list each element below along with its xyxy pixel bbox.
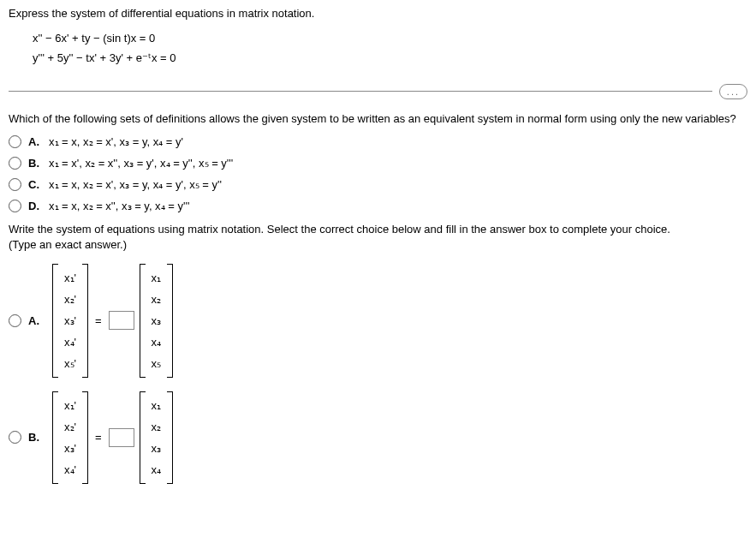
matrix-cell: x₄ bbox=[148, 331, 165, 353]
choice-a-row[interactable]: A. x₁ = x, x₂ = x', x₃ = y, x₄ = y' bbox=[9, 135, 747, 148]
divider-row: ... bbox=[9, 84, 747, 99]
question-title: Express the system of differential equat… bbox=[9, 7, 747, 20]
matrix-cell: x₂ bbox=[148, 289, 165, 310]
matrix-cell: x₃' bbox=[61, 438, 80, 459]
matrix-a-left: x₁' x₂' x₃' x₄' x₅' bbox=[52, 264, 88, 378]
matrix-cell: x₃ bbox=[148, 310, 165, 331]
radio-a[interactable] bbox=[9, 135, 21, 148]
radio-d[interactable] bbox=[9, 200, 21, 212]
matrix-a-label: A. bbox=[28, 314, 44, 327]
matrix-cell: x₂ bbox=[148, 416, 165, 438]
radio-b[interactable] bbox=[9, 157, 21, 170]
matrix-choice-b[interactable]: B. x₁' x₂' x₃' x₄' = x₁ x₂ x₃ x₄ bbox=[9, 391, 747, 484]
radio-c[interactable] bbox=[9, 178, 21, 191]
matrix-cell: x₁ bbox=[148, 267, 165, 289]
equation-2: y''' + 5y'' − tx' + 3y' + e⁻ᵗx = 0 bbox=[33, 48, 747, 68]
radio-matrix-a[interactable] bbox=[9, 314, 21, 327]
equation-1: x'' − 6x' + ty − (sin t)x = 0 bbox=[33, 28, 747, 48]
matrix-cell: x₃' bbox=[61, 310, 80, 331]
choice-d-label: D. bbox=[28, 200, 44, 212]
choice-a-content: x₁ = x, x₂ = x', x₃ = y, x₄ = y' bbox=[49, 135, 183, 148]
radio-matrix-b[interactable] bbox=[9, 431, 21, 444]
system-equations: x'' − 6x' + ty − (sin t)x = 0 y''' + 5y'… bbox=[33, 28, 747, 69]
choice-b-row[interactable]: B. x₁ = x', x₂ = x'', x₃ = y', x₄ = y'',… bbox=[9, 157, 747, 170]
question-2-text: Write the system of equations using matr… bbox=[9, 223, 747, 236]
choice-c-label: C. bbox=[28, 178, 44, 191]
matrix-cell: x₄' bbox=[61, 331, 80, 353]
matrix-choice-a[interactable]: A. x₁' x₂' x₃' x₄' x₅' = x₁ x₂ x₃ x₄ x₅ bbox=[9, 264, 747, 378]
choice-a-label: A. bbox=[28, 135, 44, 148]
choice-d-content: x₁ = x, x₂ = x'', x₃ = y, x₄ = y''' bbox=[49, 200, 189, 212]
equals-sign: = bbox=[95, 431, 102, 444]
matrix-b-input[interactable] bbox=[109, 428, 134, 447]
matrix-b-label: B. bbox=[28, 431, 44, 444]
matrix-cell: x₄' bbox=[61, 459, 80, 480]
matrix-b-left: x₁' x₂' x₃' x₄' bbox=[52, 391, 88, 484]
choice-c-row[interactable]: C. x₁ = x, x₂ = x', x₃ = y, x₄ = y', x₅ … bbox=[9, 178, 747, 191]
choice-c-content: x₁ = x, x₂ = x', x₃ = y, x₄ = y', x₅ = y… bbox=[49, 178, 222, 191]
matrix-a-right: x₁ x₂ x₃ x₄ x₅ bbox=[140, 264, 174, 378]
ellipsis-button[interactable]: ... bbox=[719, 84, 747, 99]
matrix-cell: x₁' bbox=[61, 395, 80, 416]
type-note: (Type an exact answer.) bbox=[9, 238, 747, 251]
choice-b-label: B. bbox=[28, 157, 44, 170]
matrix-cell: x₂' bbox=[61, 289, 80, 310]
matrix-cell: x₁ bbox=[148, 395, 165, 416]
choice-b-content: x₁ = x', x₂ = x'', x₃ = y', x₄ = y'', x₅… bbox=[49, 157, 233, 170]
question-1-text: Which of the following sets of definitio… bbox=[9, 112, 747, 125]
matrix-a-input[interactable] bbox=[109, 311, 134, 330]
divider-line bbox=[9, 91, 712, 92]
matrix-cell: x₃ bbox=[148, 438, 165, 459]
equals-sign: = bbox=[95, 314, 102, 327]
matrix-cell: x₁' bbox=[61, 267, 80, 289]
matrix-cell: x₅' bbox=[61, 353, 80, 374]
choice-d-row[interactable]: D. x₁ = x, x₂ = x'', x₃ = y, x₄ = y''' bbox=[9, 200, 747, 212]
matrix-b-right: x₁ x₂ x₃ x₄ bbox=[140, 391, 174, 484]
matrix-cell: x₅ bbox=[148, 353, 165, 374]
matrix-cell: x₄ bbox=[148, 459, 165, 480]
matrix-cell: x₂' bbox=[61, 416, 80, 438]
